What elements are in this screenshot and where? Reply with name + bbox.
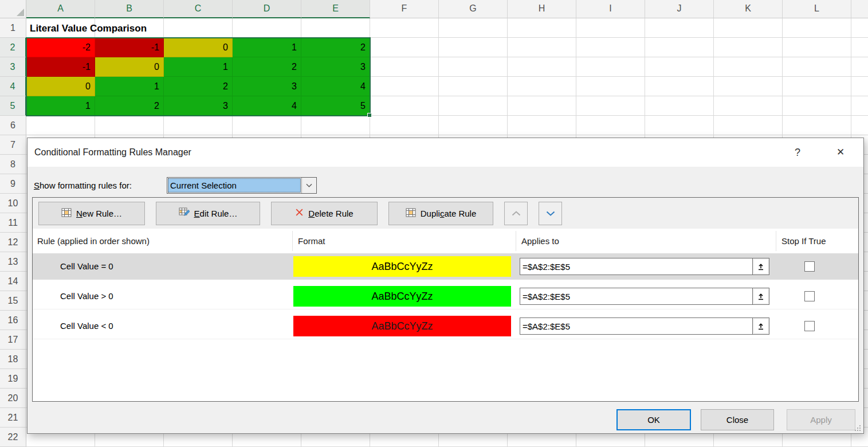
grid-cell[interactable]: 1 — [26, 96, 95, 116]
grid-cell[interactable]: 3 — [301, 57, 370, 77]
row-header-5[interactable]: 5 — [0, 96, 26, 116]
fill-handle[interactable] — [367, 113, 372, 117]
applies-to-input[interactable] — [520, 288, 753, 305]
row-header-12[interactable]: 12 — [0, 233, 26, 252]
stop-if-true-checkbox[interactable] — [804, 321, 815, 331]
row-header-8[interactable]: 8 — [0, 155, 26, 174]
format-preview: AaBbCcYyZz — [293, 256, 511, 277]
select-all-triangle-icon — [17, 9, 24, 16]
row-header-4[interactable]: 4 — [0, 77, 26, 96]
stop-if-true-checkbox[interactable] — [804, 261, 815, 272]
grid-cell[interactable]: 2 — [95, 96, 164, 116]
collapse-dialog-button[interactable] — [753, 258, 769, 275]
column-header-E[interactable]: E — [301, 0, 370, 18]
edit-rule-button[interactable]: Edit Rule… — [156, 202, 260, 225]
grid-cell[interactable]: 1 — [164, 57, 233, 77]
grid-cell[interactable]: 5 — [301, 96, 370, 116]
applies-to-input[interactable] — [520, 317, 753, 335]
grid-cell[interactable]: 1 — [95, 77, 164, 96]
column-header-L[interactable]: L — [783, 0, 851, 18]
column-headers: ABCDEFGHIJKL — [26, 0, 868, 18]
row-header-11[interactable]: 11 — [0, 213, 26, 233]
show-rules-dropdown[interactable]: Current Selection — [167, 177, 317, 194]
grid-cell[interactable]: 0 — [95, 57, 164, 77]
chevron-down-icon — [546, 211, 555, 216]
chevron-up-icon — [512, 211, 521, 216]
header-applies-to: Applies to — [521, 229, 559, 253]
resize-grip[interactable] — [854, 425, 861, 431]
column-header-D[interactable]: D — [233, 0, 301, 18]
row-header-7[interactable]: 7 — [0, 135, 26, 155]
row-header-2[interactable]: 2 — [0, 38, 26, 57]
rule-row[interactable]: Cell Value = 0AaBbCcYyZz — [33, 253, 858, 280]
applies-to-input[interactable] — [520, 258, 753, 275]
row-header-10[interactable]: 10 — [0, 194, 26, 213]
grid-cell[interactable]: -1 — [95, 38, 164, 57]
column-header-G[interactable]: G — [439, 0, 508, 18]
grid-cell[interactable]: 2 — [164, 77, 233, 96]
rules-list: Cell Value = 0AaBbCcYyZzCell Value > 0Aa… — [33, 253, 858, 339]
grid-cell[interactable]: 2 — [301, 38, 370, 57]
grid-cell[interactable]: 3 — [164, 96, 233, 116]
format-preview: AaBbCcYyZz — [293, 316, 511, 336]
close-button[interactable]: Close — [701, 409, 774, 430]
column-header-K[interactable]: K — [714, 0, 783, 18]
cell-a1-title[interactable]: Literal Value Comparison — [30, 21, 374, 37]
collapse-range-icon — [756, 262, 765, 271]
new-rule-button[interactable]: New Rule… — [38, 202, 145, 225]
column-header-C[interactable]: C — [164, 0, 233, 18]
chevron-down-icon[interactable] — [301, 178, 316, 193]
rule-description: Cell Value > 0 — [60, 283, 113, 309]
grid-cell[interactable]: 4 — [233, 96, 301, 116]
row-header-17[interactable]: 17 — [0, 330, 26, 350]
selected-range: -2-1012-101230123412345 — [26, 38, 370, 116]
excel-window: ABCDEFGHIJKL 123456789101112131415161718… — [0, 0, 868, 447]
row-header-1[interactable]: 1 — [0, 18, 26, 38]
column-header-I[interactable]: I — [576, 0, 645, 18]
column-header-A[interactable]: A — [26, 0, 95, 18]
row-header-21[interactable]: 21 — [0, 408, 26, 428]
new-rule-icon — [61, 208, 72, 219]
close-icon[interactable]: ✕ — [832, 138, 849, 167]
collapse-dialog-button[interactable] — [753, 288, 769, 305]
collapse-range-icon — [756, 321, 765, 331]
column-header-B[interactable]: B — [95, 0, 164, 18]
delete-rule-button[interactable]: Delete Rule — [271, 202, 378, 225]
row-header-9[interactable]: 9 — [0, 174, 26, 194]
cf-rules-manager-dialog: Conditional Formatting Rules Manager ? ✕… — [27, 138, 864, 434]
header-stop-if-true: Stop If True — [781, 229, 826, 253]
rule-description: Cell Value < 0 — [60, 313, 113, 339]
duplicate-rule-button[interactable]: Duplicate Rule — [388, 202, 493, 225]
row-header-15[interactable]: 15 — [0, 291, 26, 311]
row-header-19[interactable]: 19 — [0, 369, 26, 389]
grid-cell[interactable]: 0 — [164, 38, 233, 57]
grid-cell[interactable]: 2 — [233, 57, 301, 77]
grid-cell[interactable]: 0 — [26, 77, 95, 96]
ok-button[interactable]: OK — [616, 409, 691, 430]
row-header-16[interactable]: 16 — [0, 311, 26, 330]
grid-cell[interactable]: 4 — [301, 77, 370, 96]
grid-cell[interactable]: -1 — [26, 57, 95, 77]
column-header-H[interactable]: H — [508, 0, 576, 18]
help-icon[interactable]: ? — [790, 138, 806, 167]
column-header-F[interactable]: F — [370, 0, 439, 18]
collapse-dialog-button[interactable] — [753, 317, 769, 335]
rule-row[interactable]: Cell Value > 0AaBbCcYyZz — [33, 283, 858, 309]
row-header-13[interactable]: 13 — [0, 252, 26, 272]
move-rule-down-button[interactable] — [539, 202, 562, 225]
column-header-J[interactable]: J — [645, 0, 714, 18]
row-header-6[interactable]: 6 — [0, 116, 26, 135]
grid-cell[interactable]: 1 — [233, 38, 301, 57]
edit-rule-label: Edit Rule… — [194, 209, 238, 218]
row-header-18[interactable]: 18 — [0, 350, 26, 369]
move-rule-up-button[interactable] — [504, 202, 528, 225]
row-header-3[interactable]: 3 — [0, 57, 26, 77]
row-header-14[interactable]: 14 — [0, 272, 26, 291]
rule-row[interactable]: Cell Value < 0AaBbCcYyZz — [33, 313, 858, 339]
grid-cell[interactable]: -2 — [26, 38, 95, 57]
select-all-corner[interactable] — [0, 0, 26, 18]
grid-cell[interactable]: 3 — [233, 77, 301, 96]
stop-if-true-checkbox[interactable] — [804, 291, 815, 301]
row-header-22[interactable]: 22 — [0, 428, 26, 447]
row-header-20[interactable]: 20 — [0, 389, 26, 408]
